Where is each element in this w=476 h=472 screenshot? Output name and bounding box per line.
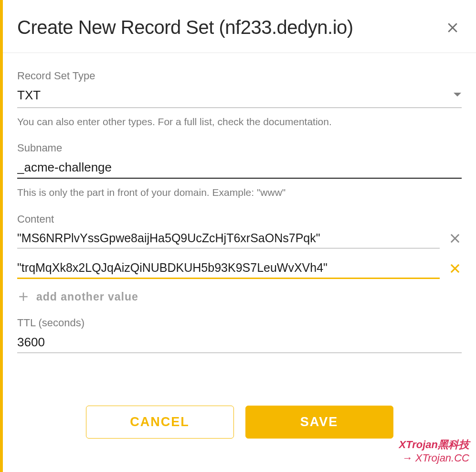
record-type-hint: You can also enter other types. For a fu… xyxy=(17,115,462,129)
record-type-select[interactable]: TXT xyxy=(17,85,462,108)
dialog-header: Create New Record Set (nf233.dedyn.io) xyxy=(3,0,476,53)
record-type-label: Record Set Type xyxy=(17,70,462,82)
content-input-0[interactable] xyxy=(17,228,440,248)
dialog-title: Create New Record Set (nf233.dedyn.io) xyxy=(17,17,353,38)
ttl-label: TTL (seconds) xyxy=(17,317,462,329)
ttl-input[interactable] xyxy=(17,332,462,353)
content-value-row xyxy=(17,228,462,248)
record-type-value: TXT xyxy=(17,88,41,103)
left-accent-bar xyxy=(0,0,3,472)
content-label: Content xyxy=(17,213,462,225)
plus-icon xyxy=(17,290,30,303)
subname-input[interactable] xyxy=(17,157,462,179)
close-icon xyxy=(448,262,462,275)
dialog-body: Record Set Type TXT You can also enter o… xyxy=(3,53,476,406)
ttl-field: TTL (seconds) xyxy=(17,317,462,353)
chevron-down-icon xyxy=(453,91,462,100)
add-value-button[interactable]: add another value xyxy=(17,290,462,303)
record-type-field: Record Set Type TXT You can also enter o… xyxy=(17,70,462,129)
clear-content-button-1[interactable] xyxy=(448,262,462,275)
close-button[interactable] xyxy=(444,19,462,37)
clear-content-button-0[interactable] xyxy=(448,232,462,245)
subname-label: Subname xyxy=(17,142,462,154)
close-icon xyxy=(445,21,460,35)
subname-hint: This is only the part in front of your d… xyxy=(17,185,462,199)
cancel-button[interactable]: CANCEL xyxy=(86,406,234,439)
dialog-actions: CANCEL SAVE xyxy=(3,406,476,472)
close-icon xyxy=(448,232,462,245)
content-input-1[interactable] xyxy=(17,258,440,279)
content-field: Content xyxy=(17,213,462,303)
save-button[interactable]: SAVE xyxy=(245,406,393,439)
add-value-label: add another value xyxy=(36,290,138,303)
subname-field: Subname This is only the part in front o… xyxy=(17,142,462,199)
create-record-dialog: Create New Record Set (nf233.dedyn.io) R… xyxy=(0,0,476,472)
content-value-row xyxy=(17,258,462,279)
